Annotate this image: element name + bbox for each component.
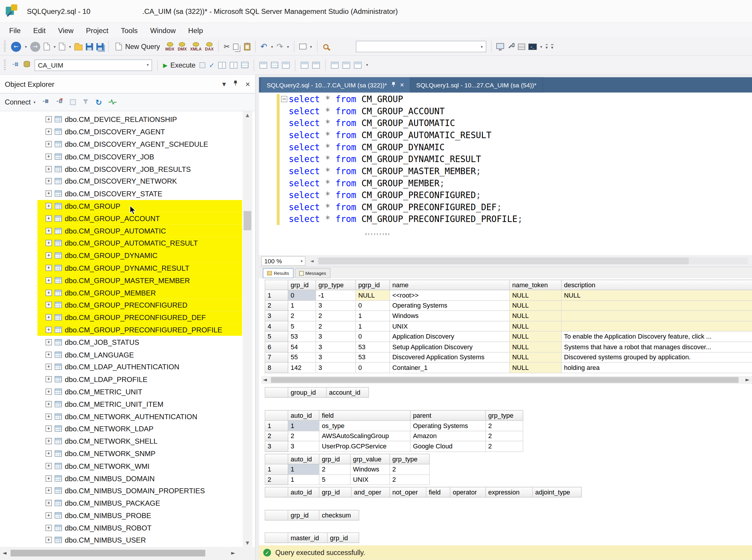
row-number[interactable]: 1 — [265, 290, 288, 301]
menu-file[interactable]: File — [3, 23, 27, 38]
stop-icon[interactable] — [70, 99, 76, 105]
toolbar-grip[interactable] — [4, 41, 6, 52]
result-cell[interactable]: Discovered systems grouped by applicatio… — [562, 353, 752, 363]
result-cell[interactable] — [562, 311, 752, 321]
scroll-right-arrow[interactable]: ► — [746, 377, 750, 383]
column-header-corner[interactable] — [265, 511, 288, 520]
menu-tools[interactable]: Tools — [115, 23, 144, 38]
result-cell[interactable]: <<root>> — [390, 290, 510, 301]
object-explorer-table-item[interactable]: +dbo.CM_NIMBUS_PROBE — [38, 509, 242, 522]
column-header-corner[interactable] — [265, 487, 288, 497]
search-icon[interactable] — [323, 44, 328, 49]
object-explorer-table-item[interactable]: +dbo.CM_GROUP_ACCOUNT — [38, 212, 242, 225]
object-explorer-table-item[interactable]: +dbo.CM_GROUP_DYNAMIC_RESULT — [38, 262, 242, 274]
result-cell[interactable]: NULL — [510, 311, 562, 321]
object-explorer-table-item[interactable]: +dbo.CM_NETWORK_WMI — [38, 460, 242, 472]
open-file-icon[interactable] — [74, 44, 83, 51]
selection-box-icon[interactable] — [299, 44, 306, 49]
comment-lines-icon[interactable] — [301, 62, 308, 68]
combobox-caret[interactable]: ▾ — [147, 63, 149, 67]
result-cell[interactable]: NULL — [510, 290, 562, 301]
column-header[interactable]: master_id — [288, 533, 328, 543]
column-header[interactable]: and_oper — [351, 487, 390, 497]
object-explorer-table-item[interactable]: +dbo.CM_NIMBUS_DOMAIN — [38, 472, 242, 484]
expand-icon[interactable]: + — [45, 240, 52, 246]
toolbar-overflow-button[interactable]: ▾ — [546, 44, 548, 49]
save-icon[interactable] — [86, 43, 93, 50]
object-explorer-table-item[interactable]: +dbo.CM_METRIC_UNIT — [38, 385, 242, 398]
undo-icon[interactable]: ↶ — [260, 42, 267, 52]
result-cell[interactable]: Application Discovery — [390, 332, 510, 342]
zoom-caret[interactable]: ▾ — [301, 259, 303, 263]
expand-icon[interactable]: + — [45, 277, 52, 283]
result-cell[interactable]: NULL — [510, 332, 562, 342]
column-header[interactable]: adjoint_type — [533, 487, 582, 497]
result-cell[interactable]: NULL — [510, 353, 562, 363]
object-explorer-table-item[interactable]: +dbo.CM_NETWORK_SHELL — [38, 435, 242, 447]
result-cell[interactable]: To enable the Application Discovery feat… — [562, 332, 752, 342]
editor-horizontal-scrollbar[interactable] — [318, 258, 748, 264]
connect-button[interactable]: Connect▾ — [5, 98, 36, 106]
result-cell[interactable]: UserProp.GCPService — [319, 441, 410, 452]
refresh-icon[interactable]: ↻ — [95, 98, 102, 107]
object-explorer-table-item[interactable]: +dbo.CM_GROUP_AUTOMATIC_RESULT — [38, 237, 242, 249]
column-header[interactable]: not_oper — [390, 487, 426, 497]
database-combobox[interactable]: CA_UIM▾ — [35, 59, 152, 71]
result-cell[interactable]: os_type — [319, 421, 410, 431]
column-header[interactable]: expression — [486, 487, 533, 497]
zoom-combobox[interactable]: 100 %▾ — [262, 256, 306, 266]
menu-project[interactable]: Project — [80, 23, 115, 38]
column-header-corner[interactable] — [265, 454, 288, 464]
result-cell[interactable]: 2 — [288, 431, 320, 441]
close-icon[interactable]: ✕ — [245, 80, 250, 87]
expand-icon[interactable]: + — [45, 339, 52, 345]
search-combobox[interactable]: ▾ — [355, 41, 486, 52]
decrease-indent-icon[interactable] — [331, 62, 339, 68]
navigate-back-button[interactable]: ← — [11, 42, 21, 52]
object-explorer-table-item[interactable]: +dbo.CM_GROUP_DYNAMIC — [38, 249, 242, 262]
result-cell[interactable]: 3 — [316, 332, 356, 342]
expand-icon[interactable]: + — [45, 141, 52, 147]
column-header[interactable]: auto_id — [288, 411, 320, 421]
column-header[interactable]: grp_type — [316, 280, 356, 290]
object-explorer-table-item[interactable]: +dbo.CM_DISCOVERY_NETWORK — [38, 175, 242, 187]
pin-icon[interactable] — [233, 80, 238, 88]
tools-caret[interactable]: ▾ — [541, 44, 543, 49]
row-number[interactable]: 2 — [265, 431, 288, 441]
column-header[interactable]: parent — [410, 411, 486, 421]
tab-messages[interactable]: Messages — [295, 268, 330, 278]
dax-query-button[interactable]: DAX — [205, 42, 214, 51]
expand-icon[interactable]: + — [45, 129, 52, 135]
tab-results[interactable]: Results — [263, 268, 293, 278]
column-header[interactable]: description — [562, 280, 752, 290]
expand-icon[interactable]: + — [45, 451, 52, 457]
scrollbar-thumb[interactable] — [11, 550, 205, 557]
result-cell[interactable]: 54 — [288, 342, 316, 353]
result-cell[interactable]: UNIX — [390, 321, 510, 332]
column-header[interactable]: grp_value — [351, 454, 390, 464]
column-header[interactable]: name — [390, 280, 510, 290]
result-cell[interactable]: 1 — [356, 311, 390, 321]
column-header[interactable]: pgrp_id — [356, 280, 390, 290]
toolbar-overflow-button[interactable]: ▾ — [551, 44, 553, 49]
result-cell[interactable]: Discovered Application Systems — [390, 353, 510, 363]
add-item-icon[interactable] — [59, 43, 65, 51]
expand-icon[interactable]: + — [45, 463, 52, 469]
result-cell[interactable]: 0 — [356, 363, 390, 373]
result-cell[interactable]: Operating Systems — [390, 301, 510, 311]
query-options-icon[interactable] — [241, 62, 248, 68]
expand-icon[interactable]: + — [45, 401, 52, 407]
column-header[interactable]: auto_id — [288, 454, 320, 464]
object-explorer-table-item[interactable]: +dbo.CM_DISCOVERY_JOB — [38, 150, 242, 163]
row-number[interactable]: 4 — [265, 321, 288, 332]
new-project-icon[interactable] — [44, 43, 50, 51]
dmx-query-button[interactable]: DMX — [178, 42, 187, 51]
result-cell[interactable]: 2 — [390, 475, 430, 485]
results-to-grid-icon[interactable] — [271, 62, 278, 68]
result-cell[interactable]: NULL — [562, 290, 752, 301]
column-header[interactable]: grp_type — [390, 454, 430, 464]
scroll-left-arrow[interactable]: ◄ — [263, 377, 267, 383]
object-explorer-table-item[interactable]: +dbo.CM_GROUP_MASTER_MEMBER — [38, 274, 242, 286]
object-explorer-table-item[interactable]: +dbo.CM_NIMBUS_ROBOT — [38, 522, 242, 534]
object-explorer-table-item[interactable]: +dbo.CM_DISCOVERY_AGENT_SCHEDULE — [38, 138, 242, 150]
